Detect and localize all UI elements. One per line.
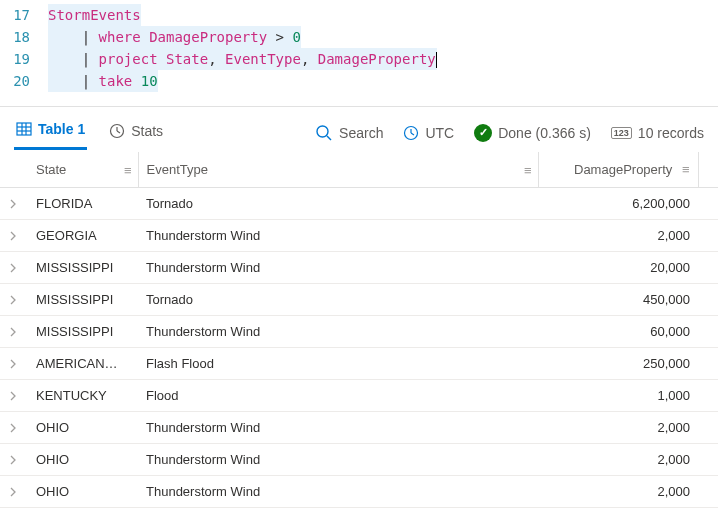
table-row[interactable]: FLORIDATornado6,200,000 — [0, 188, 718, 220]
expand-row-button[interactable] — [0, 476, 28, 508]
hamburger-icon[interactable]: ≡ — [682, 162, 690, 177]
status-done: ✓ Done (0.366 s) — [474, 124, 591, 142]
table-row[interactable]: MISSISSIPPIThunderstorm Wind60,000 — [0, 316, 718, 348]
cell-damage: 2,000 — [538, 476, 698, 508]
code-editor[interactable]: 17StormEvents18 | where DamageProperty >… — [0, 0, 718, 96]
record-count-label: 10 records — [638, 125, 704, 141]
cell-spacer — [698, 444, 718, 476]
cell-state: FLORIDA — [28, 188, 138, 220]
column-event[interactable]: EventType ≡ — [138, 152, 538, 188]
cell-damage: 20,000 — [538, 252, 698, 284]
table-row[interactable]: KENTUCKYFlood1,000 — [0, 380, 718, 412]
expand-row-button[interactable] — [0, 380, 28, 412]
expand-row-button[interactable] — [0, 444, 28, 476]
column-event-label: EventType — [147, 162, 208, 177]
expand-row-button[interactable] — [0, 316, 28, 348]
cell-event: Thunderstorm Wind — [138, 444, 538, 476]
column-state-label: State — [36, 162, 66, 177]
expand-row-button[interactable] — [0, 284, 28, 316]
tab-table[interactable]: Table 1 — [14, 115, 87, 150]
search-label: Search — [339, 125, 383, 141]
table-row[interactable]: OHIOThunderstorm Wind2,000 — [0, 412, 718, 444]
table-row[interactable]: OHIOThunderstorm Wind2,000 — [0, 476, 718, 508]
results-toolbar: Table 1 Stats Search UTC ✓ Done (0.366 s… — [0, 106, 718, 150]
code-content[interactable]: | where DamageProperty > 0 — [48, 26, 301, 48]
expand-row-button[interactable] — [0, 188, 28, 220]
svg-point-8 — [317, 126, 328, 137]
column-spacer — [698, 152, 718, 188]
cell-state: AMERICAN… — [28, 348, 138, 380]
status-done-label: Done (0.366 s) — [498, 125, 591, 141]
hamburger-icon[interactable]: ≡ — [124, 162, 132, 177]
svg-rect-0 — [17, 123, 31, 135]
cell-spacer — [698, 284, 718, 316]
table-row[interactable]: OHIOThunderstorm Wind2,000 — [0, 444, 718, 476]
code-line[interactable]: 17StormEvents — [0, 4, 718, 26]
line-number: 18 — [0, 26, 48, 48]
hamburger-icon[interactable]: ≡ — [524, 162, 532, 177]
cell-damage: 2,000 — [538, 220, 698, 252]
code-content[interactable]: | take 10 — [48, 70, 158, 92]
code-content[interactable]: | project State, EventType, DamageProper… — [48, 48, 437, 70]
cell-spacer — [698, 252, 718, 284]
chevron-right-icon — [8, 263, 18, 273]
expand-row-button[interactable] — [0, 348, 28, 380]
clock-icon — [109, 123, 125, 139]
line-number: 19 — [0, 48, 48, 70]
cell-event: Thunderstorm Wind — [138, 476, 538, 508]
chevron-right-icon — [8, 359, 18, 369]
cell-damage: 1,000 — [538, 380, 698, 412]
cell-state: OHIO — [28, 444, 138, 476]
column-expand — [0, 152, 28, 188]
cell-spacer — [698, 316, 718, 348]
expand-row-button[interactable] — [0, 412, 28, 444]
code-line[interactable]: 18 | where DamageProperty > 0 — [0, 26, 718, 48]
cell-state: MISSISSIPPI — [28, 316, 138, 348]
table-row[interactable]: MISSISSIPPIThunderstorm Wind20,000 — [0, 252, 718, 284]
cell-event: Flood — [138, 380, 538, 412]
chevron-right-icon — [8, 199, 18, 209]
cell-damage: 250,000 — [538, 348, 698, 380]
tab-stats[interactable]: Stats — [107, 117, 165, 149]
cell-state: MISSISSIPPI — [28, 284, 138, 316]
chevron-right-icon — [8, 295, 18, 305]
cell-damage: 60,000 — [538, 316, 698, 348]
expand-row-button[interactable] — [0, 252, 28, 284]
cell-state: OHIO — [28, 476, 138, 508]
cell-spacer — [698, 220, 718, 252]
cell-event: Flash Flood — [138, 348, 538, 380]
line-number: 17 — [0, 4, 48, 26]
clock-icon — [403, 125, 419, 141]
search-button[interactable]: Search — [315, 124, 383, 142]
cell-damage: 2,000 — [538, 412, 698, 444]
count-badge-icon: 123 — [611, 127, 632, 139]
cell-damage: 450,000 — [538, 284, 698, 316]
column-damage[interactable]: DamageProperty ≡ — [538, 152, 698, 188]
expand-row-button[interactable] — [0, 220, 28, 252]
cell-state: GEORGIA — [28, 220, 138, 252]
chevron-right-icon — [8, 487, 18, 497]
cell-event: Thunderstorm Wind — [138, 220, 538, 252]
code-content[interactable]: StormEvents — [48, 4, 141, 26]
tab-stats-label: Stats — [131, 123, 163, 139]
column-state[interactable]: State ≡ — [28, 152, 138, 188]
svg-line-9 — [327, 136, 331, 140]
cell-spacer — [698, 188, 718, 220]
cell-spacer — [698, 348, 718, 380]
table-row[interactable]: GEORGIAThunderstorm Wind2,000 — [0, 220, 718, 252]
cell-event: Thunderstorm Wind — [138, 316, 538, 348]
chevron-right-icon — [8, 327, 18, 337]
svg-line-7 — [117, 131, 120, 133]
utc-button[interactable]: UTC — [403, 125, 454, 141]
table-row[interactable]: MISSISSIPPITornado450,000 — [0, 284, 718, 316]
code-line[interactable]: 19 | project State, EventType, DamagePro… — [0, 48, 718, 70]
record-count: 123 10 records — [611, 125, 704, 141]
code-line[interactable]: 20 | take 10 — [0, 70, 718, 92]
cell-state: MISSISSIPPI — [28, 252, 138, 284]
check-icon: ✓ — [474, 124, 492, 142]
cell-state: KENTUCKY — [28, 380, 138, 412]
results-table: State ≡ EventType ≡ DamageProperty ≡ FLO… — [0, 152, 718, 508]
table-icon — [16, 121, 32, 137]
table-row[interactable]: AMERICAN…Flash Flood250,000 — [0, 348, 718, 380]
cell-event: Tornado — [138, 188, 538, 220]
